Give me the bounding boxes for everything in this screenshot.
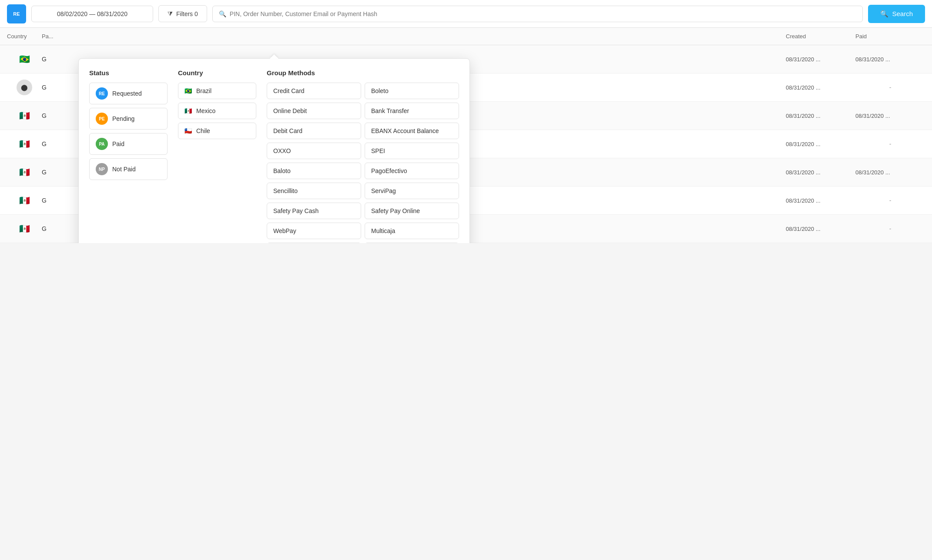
search-input-wrap: 🔍 <box>212 6 863 22</box>
country-column: Country 🇧🇷 Brazil 🇲🇽 Mexico 🇨🇱 Chile <box>178 69 256 243</box>
paid-date: 08/31/2020 ... <box>855 169 925 176</box>
methods-column: Group Methods Credit Card Boleto Online … <box>267 69 459 243</box>
chile-label: Chile <box>196 127 210 134</box>
date-range[interactable]: 08/02/2020 — 08/31/2020 <box>31 6 153 22</box>
paid-date: - <box>855 225 925 232</box>
flag-cell: 🇲🇽 <box>7 221 42 237</box>
status-paid[interactable]: PA Paid <box>89 133 168 155</box>
search-button[interactable]: 🔍 Search <box>868 5 925 23</box>
created-date: 08/31/2020 ... <box>786 84 855 91</box>
method-boleto[interactable]: Boleto <box>365 83 459 99</box>
status-requested-label: Requested <box>112 90 142 97</box>
method-direct-debit[interactable]: Direct Debit <box>267 243 361 243</box>
badge-pe: PE <box>96 113 108 125</box>
method-oxxo[interactable]: OXXO <box>267 143 361 159</box>
filters-button[interactable]: ⧩ Filters 0 <box>158 5 207 22</box>
method-safety-pay-cash[interactable]: Safety Pay Cash <box>267 203 361 219</box>
country-brazil[interactable]: 🇧🇷 Brazil <box>178 83 256 99</box>
method-spei[interactable]: SPEI <box>365 143 459 159</box>
status-pending-label: Pending <box>112 115 134 122</box>
search-input[interactable] <box>230 10 857 17</box>
created-date: 08/31/2020 ... <box>786 197 855 204</box>
col-empty1 <box>94 33 325 40</box>
country-chile[interactable]: 🇨🇱 Chile <box>178 123 256 139</box>
flag-cell: ⬤ <box>7 80 42 95</box>
table-area: Country Pa... Created Paid 🇧🇷 G 08/31/20… <box>0 28 932 243</box>
badge-re: RE <box>96 87 108 100</box>
filter-columns: Status RE Requested PE Pending PA Paid N… <box>89 69 459 243</box>
status-requested[interactable]: RE Requested <box>89 83 168 104</box>
method-baloto[interactable]: Baloto <box>267 163 361 179</box>
paid-date: 08/31/2020 ... <box>855 113 925 119</box>
paid-date: 08/31/2020 ... <box>855 56 925 63</box>
country-mexico[interactable]: 🇲🇽 Mexico <box>178 103 256 119</box>
method-safety-pay-online[interactable]: Safety Pay Online <box>365 203 459 219</box>
brazil-label: Brazil <box>196 87 211 94</box>
method-cash[interactable]: Cash <box>365 243 459 243</box>
col-empty2 <box>325 33 555 40</box>
mexico-label: Mexico <box>196 107 215 114</box>
filter-dropdown: Status RE Requested PE Pending PA Paid N… <box>78 58 470 243</box>
status-pending[interactable]: PE Pending <box>89 108 168 130</box>
col-country: Country <box>7 33 42 40</box>
method-pagoefectivo[interactable]: PagoEfectivo <box>365 163 459 179</box>
paid-date: - <box>855 197 925 204</box>
search-icon: 🔍 <box>219 10 226 17</box>
brazil-flag: 🇧🇷 <box>184 87 192 94</box>
logo-button[interactable]: RE <box>7 4 26 23</box>
status-column: Status RE Requested PE Pending PA Paid N… <box>89 69 168 243</box>
method-multicaja[interactable]: Multicaja <box>365 223 459 239</box>
methods-title: Group Methods <box>267 69 459 77</box>
topbar: RE 08/02/2020 — 08/31/2020 ⧩ Filters 0 🔍… <box>0 0 932 28</box>
search-btn-label: Search <box>892 10 913 17</box>
created-date: 08/31/2020 ... <box>786 56 855 63</box>
paid-date: - <box>855 140 925 147</box>
flag-cell: 🇲🇽 <box>7 108 42 123</box>
created-date: 08/31/2020 ... <box>786 113 855 119</box>
col-pa: Pa... <box>42 33 94 40</box>
method-credit-card[interactable]: Credit Card <box>267 83 361 99</box>
method-bank-transfer[interactable]: Bank Transfer <box>365 103 459 119</box>
col-created: Created <box>786 33 855 40</box>
method-webpay[interactable]: WebPay <box>267 223 361 239</box>
flag-cell: 🇧🇷 <box>7 51 42 67</box>
flag-cell: 🇲🇽 <box>7 136 42 152</box>
flag-cell: 🇲🇽 <box>7 193 42 208</box>
paid-date: - <box>855 84 925 91</box>
methods-grid: Credit Card Boleto Online Debit Bank Tra… <box>267 83 459 243</box>
created-date: 08/31/2020 ... <box>786 141 855 147</box>
filters-label: Filters 0 <box>176 10 198 17</box>
status-not-paid[interactable]: NP Not Paid <box>89 158 168 180</box>
col-empty3 <box>555 33 786 40</box>
mexico-flag: 🇲🇽 <box>184 107 192 114</box>
dropdown-arrow <box>270 54 278 59</box>
method-servipag[interactable]: ServiPag <box>365 183 459 199</box>
method-ebanx-balance[interactable]: EBANX Account Balance <box>365 123 459 139</box>
filter-icon: ⧩ <box>168 10 173 17</box>
status-title: Status <box>89 69 168 77</box>
country-title: Country <box>178 69 256 77</box>
badge-pa: PA <box>96 138 108 150</box>
chile-flag: 🇨🇱 <box>184 127 192 134</box>
status-not-paid-label: Not Paid <box>112 166 136 173</box>
search-btn-icon: 🔍 <box>880 10 888 18</box>
method-online-debit[interactable]: Online Debit <box>267 103 361 119</box>
flag-cell: 🇲🇽 <box>7 164 42 180</box>
method-debit-card[interactable]: Debit Card <box>267 123 361 139</box>
created-date: 08/31/2020 ... <box>786 226 855 232</box>
created-date: 08/31/2020 ... <box>786 169 855 176</box>
status-paid-label: Paid <box>112 140 124 147</box>
badge-np: NP <box>96 163 108 175</box>
col-paid: Paid <box>855 33 925 40</box>
method-sencillito[interactable]: Sencillito <box>267 183 361 199</box>
table-header: Country Pa... Created Paid <box>0 28 932 45</box>
